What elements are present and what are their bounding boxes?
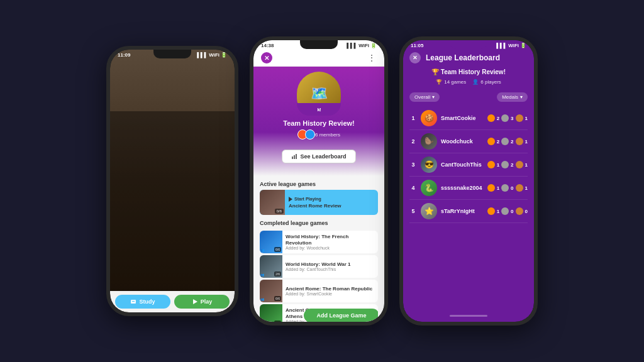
filter-row: Overall ▾ Medals ▾ <box>403 90 534 107</box>
leaderboard-title: League Leaderboard <box>426 53 500 62</box>
silver-medal-2 <box>501 138 509 145</box>
play-triangle-icon <box>289 197 292 202</box>
gold-medal-2 <box>487 138 495 145</box>
lb-row-3: 3 😎 CantTouchThis 1 2 1 <box>409 153 528 177</box>
notch-2 <box>300 40 338 49</box>
close-button-2[interactable]: ✕ <box>261 52 272 63</box>
add-league-button[interactable]: Add League Game <box>304 309 378 322</box>
lb-row-2: 2 🦫 Woodchuck 2 2 1 <box>409 130 528 153</box>
lb-row-4: 4 🐍 sssssnake2004 1 0 1 <box>409 177 528 200</box>
bottom-action-bar: Study Play <box>110 291 235 312</box>
avatar-woodchuck: 🦫 <box>421 133 437 150</box>
leaderboard-icon <box>291 153 297 160</box>
medals-1: 2 3 1 <box>487 114 528 122</box>
member-avatar-2 <box>305 129 315 140</box>
bronze-medal-5 <box>516 207 523 215</box>
member-avatars <box>297 129 313 140</box>
gold-medal-5 <box>487 207 495 215</box>
rank-2: 2 <box>409 138 417 145</box>
league-members: 6 members <box>261 129 377 140</box>
avatar-canttouchthis: 😎 <box>421 156 437 173</box>
phone3-header: ✕ League Leaderboard <box>403 50 534 67</box>
status-time-3: 11:05 <box>411 43 423 48</box>
status-icons-2: ▌▌▌ WiFi 🔋 <box>347 43 377 48</box>
silver-medal-3 <box>501 161 509 168</box>
league-hero: 🗺️ k! Team History Review! 6 members See… <box>253 67 384 176</box>
phone2-header: ✕ ⋮ <box>253 50 384 67</box>
avatar-ssssnake: 🐍 <box>421 180 437 196</box>
cg-thumb-4: 6/6 👥 <box>260 304 282 322</box>
svg-rect-7 <box>132 301 135 302</box>
svg-rect-9 <box>292 156 293 159</box>
gold-medal-1 <box>487 114 495 122</box>
bronze-medal-2 <box>516 138 523 145</box>
status-icons-3: ▌▌▌ WiFi 🔋 <box>496 43 526 48</box>
active-game-item[interactable]: 0/6 Start Playing Ancient Rome Review <box>260 190 378 215</box>
medals-5: 1 0 0 <box>487 207 528 215</box>
completed-game-1[interactable]: 6/6 👥 World History: The French Revoluti… <box>260 231 378 253</box>
rank-5: 5 <box>409 208 417 214</box>
close-button-3[interactable]: ✕ <box>409 52 421 63</box>
players-stat: 👤 6 players <box>472 79 501 85</box>
k-logo-badge: k! <box>297 103 341 116</box>
league-stats: 🏆 14 games 👤 6 players <box>403 77 534 90</box>
study-icon <box>130 299 136 305</box>
phone-1: 11:09 ▌▌▌ WiFi 🔋 ‹ Choose Game Mode ? <box>106 46 238 316</box>
league-name: Team History Review! <box>261 119 377 127</box>
home-indicator-3 <box>450 315 487 317</box>
active-progress: 0/6 <box>275 209 284 214</box>
play-button[interactable]: Play <box>174 295 230 309</box>
medals-filter[interactable]: Medals ▾ <box>497 92 528 102</box>
avatar-smartcookie: 🍪 <box>421 110 437 126</box>
svg-rect-10 <box>294 155 295 159</box>
active-game-thumbnail: 0/6 <box>260 190 285 215</box>
active-game-title: Ancient Rome Review <box>289 203 374 209</box>
bronze-medal-4 <box>516 184 523 192</box>
silver-medal-5 <box>501 207 509 215</box>
menu-button-2[interactable]: ⋮ <box>367 53 377 63</box>
gold-medal-4 <box>487 184 495 192</box>
see-leaderboard-button[interactable]: See Leaderboard <box>282 150 355 163</box>
phone2-body[interactable]: Active league games 0/6 Start Playing An… <box>253 176 384 322</box>
games-stat: 🏆 14 games <box>436 79 466 85</box>
completed-game-4[interactable]: 6/6 👥 Ancient Greece: The Golden Age of … <box>260 304 378 322</box>
cg-thumb-3: 6/6 👥 <box>260 280 282 302</box>
rank-3: 3 <box>409 162 417 168</box>
notch-3 <box>450 40 487 49</box>
active-game-content: Start Playing Ancient Rome Review <box>285 194 378 211</box>
avatar-startry: ⭐ <box>421 203 437 219</box>
bronze-medal-3 <box>516 161 523 168</box>
cg-thumb-1: 6/6 👥 <box>260 231 282 253</box>
leaderboard-list: 1 🍪 SmartCookie 2 3 1 2 🦫 <box>403 107 534 223</box>
rank-4: 4 <box>409 185 417 191</box>
silver-medal-4 <box>501 184 509 192</box>
league-subtitle: 🏆 Team History Review! <box>403 67 534 77</box>
medals-4: 1 0 1 <box>487 184 528 192</box>
play-icon <box>192 299 198 305</box>
notch-1 <box>153 50 191 58</box>
completed-game-2[interactable]: 2/6 👥 World History: World War 1 Added b… <box>260 255 378 278</box>
name-canttouchthis: CantTouchThis <box>441 162 484 168</box>
name-woodchuck: Woodchuck <box>441 138 484 145</box>
name-ssssnake: sssssnake2004 <box>441 185 484 191</box>
status-time-1: 11:09 <box>118 52 130 58</box>
status-time-2: 14:38 <box>261 43 274 48</box>
silver-medal-1 <box>501 114 509 122</box>
gold-medal-3 <box>487 161 495 168</box>
start-playing-label: Start Playing <box>289 197 374 202</box>
completed-game-3[interactable]: 6/6 👥 Ancient Rome: The Roman Republic A… <box>260 280 378 302</box>
phone-3: 11:05 ▌▌▌ WiFi 🔋 ✕ League Leaderboard 🏆 … <box>399 36 538 326</box>
rank-1: 1 <box>409 115 417 121</box>
active-section-title: Active league games <box>253 176 384 190</box>
completed-section-title: Completed league games <box>253 215 384 229</box>
lb-row-5: 5 ⭐ sTaRrYnIgHt 1 0 0 <box>409 200 528 223</box>
medals-2: 2 2 1 <box>487 138 528 145</box>
name-startry: sTaRrYnIgHt <box>441 208 484 214</box>
name-smartcookie: SmartCookie <box>441 115 484 121</box>
overall-filter[interactable]: Overall ▾ <box>409 92 440 102</box>
status-icons-1: ▌▌▌ WiFi 🔋 <box>197 52 227 58</box>
study-button[interactable]: Study <box>115 295 170 309</box>
cg-thumb-2: 2/6 👥 <box>260 255 282 278</box>
medals-3: 1 2 1 <box>487 161 528 168</box>
bronze-medal-1 <box>516 114 523 122</box>
